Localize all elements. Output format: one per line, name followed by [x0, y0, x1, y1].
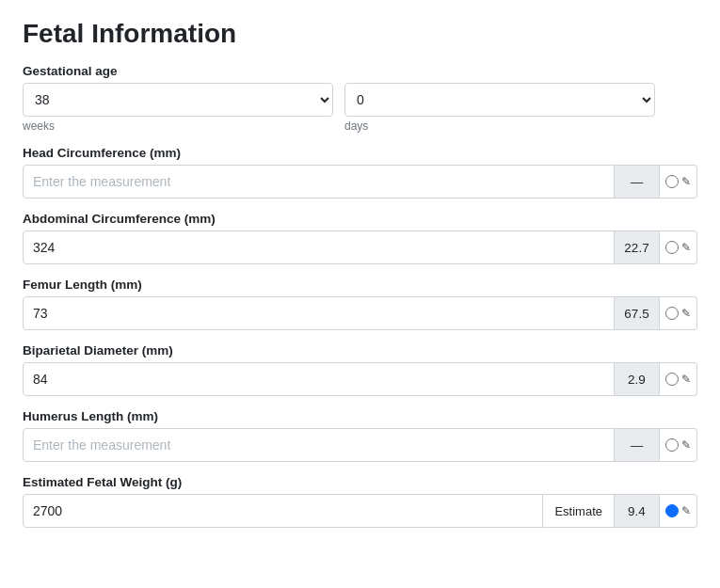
- estimate-button[interactable]: Estimate: [543, 494, 615, 528]
- biparietal-diameter-label: Biparietal Diameter (mm): [23, 343, 697, 358]
- femur-length-badge: 67.5: [615, 296, 660, 330]
- humerus-length-badge: —: [615, 428, 660, 462]
- estimated-fetal-weight-label: Estimated Fetal Weight (g): [23, 475, 697, 489]
- abdominal-circumference-badge: 22.7: [615, 230, 660, 264]
- abdominal-circumference-row: 22.7✎: [23, 230, 697, 264]
- efw-badge: 9.4: [615, 494, 660, 528]
- head-circumference-label: Head Circumference (mm): [23, 146, 697, 160]
- days-select[interactable]: 0123456: [344, 83, 655, 117]
- head-circumference-row: —✎: [23, 165, 697, 199]
- gestational-age-label: Gestational age: [23, 64, 697, 78]
- weeks-label: weeks: [23, 119, 333, 133]
- biparietal-diameter-group: Biparietal Diameter (mm)2.9✎: [23, 343, 697, 396]
- femur-length-input[interactable]: [23, 296, 615, 330]
- humerus-length-label: Humerus Length (mm): [23, 409, 697, 423]
- head-circumference-pencil-icon: ✎: [681, 176, 691, 187]
- estimated-fetal-weight-row: Estimate 9.4 ✎: [23, 494, 697, 528]
- estimated-fetal-weight-group: Estimated Fetal Weight (g) Estimate 9.4 …: [23, 475, 697, 528]
- efw-circle-edit-button[interactable]: ✎: [660, 494, 697, 528]
- abdominal-circumference-label: Abdominal Circumference (mm): [23, 212, 697, 226]
- humerus-length-circle-icon: [665, 438, 679, 452]
- biparietal-diameter-row: 2.9✎: [23, 362, 697, 396]
- abdominal-circumference-circle-edit-button[interactable]: ✎: [660, 230, 697, 264]
- estimated-fetal-weight-input[interactable]: [23, 494, 543, 528]
- biparietal-diameter-badge: 2.9: [615, 362, 660, 396]
- gestational-age-group: Gestational age 123456789101112131415161…: [23, 64, 697, 133]
- head-circumference-group: Head Circumference (mm)—✎: [23, 146, 697, 199]
- days-label: days: [344, 119, 655, 133]
- efw-pencil-icon: ✎: [681, 505, 691, 516]
- biparietal-diameter-input[interactable]: [23, 362, 615, 396]
- biparietal-diameter-pencil-icon: ✎: [681, 373, 691, 385]
- humerus-length-pencil-icon: ✎: [681, 439, 691, 451]
- efw-circle-icon: [665, 504, 679, 517]
- femur-length-label: Femur Length (mm): [23, 278, 697, 292]
- head-circumference-input[interactable]: [23, 165, 615, 199]
- biparietal-diameter-circle-edit-button[interactable]: ✎: [660, 362, 697, 396]
- abdominal-circumference-group: Abdominal Circumference (mm)22.7✎: [23, 212, 697, 264]
- head-circumference-circle-icon: [665, 175, 679, 188]
- humerus-length-circle-edit-button[interactable]: ✎: [660, 428, 697, 462]
- page-title: Fetal Information: [23, 19, 697, 49]
- weeks-select[interactable]: 1234567891011121314151617181920212223242…: [23, 83, 333, 117]
- days-col: 0123456 days: [344, 83, 655, 133]
- abdominal-circumference-input[interactable]: [23, 230, 615, 264]
- humerus-length-group: Humerus Length (mm)—✎: [23, 409, 697, 462]
- biparietal-diameter-circle-icon: [665, 373, 679, 386]
- abdominal-circumference-circle-icon: [665, 241, 679, 254]
- femur-length-circle-icon: [665, 307, 679, 320]
- femur-length-pencil-icon: ✎: [681, 308, 691, 319]
- weeks-col: 1234567891011121314151617181920212223242…: [23, 83, 333, 133]
- abdominal-circumference-pencil-icon: ✎: [681, 242, 691, 253]
- head-circumference-badge: —: [615, 165, 660, 199]
- humerus-length-input[interactable]: [23, 428, 615, 462]
- head-circumference-circle-edit-button[interactable]: ✎: [660, 165, 697, 199]
- humerus-length-row: —✎: [23, 428, 697, 462]
- gestational-age-row: 1234567891011121314151617181920212223242…: [23, 83, 697, 133]
- femur-length-group: Femur Length (mm)67.5✎: [23, 278, 697, 330]
- femur-length-row: 67.5✎: [23, 296, 697, 330]
- femur-length-circle-edit-button[interactable]: ✎: [660, 296, 697, 330]
